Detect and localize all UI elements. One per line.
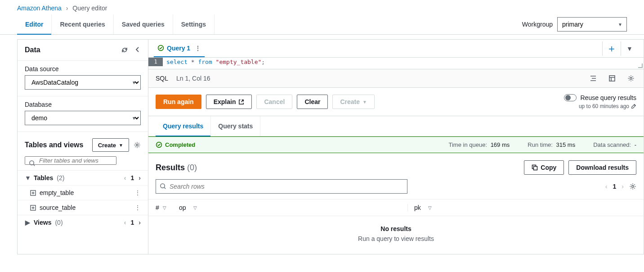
data-source-select[interactable]: AwsDataCatalog [25,75,141,90]
results-table-header: # ▽ op ▽ pk ▽ [148,199,644,216]
top-tabs-bar: Editor Recent queries Saved queries Sett… [0,14,644,35]
breadcrumb: Amazon Athena › Query editor [0,0,644,14]
kebab-icon[interactable]: ⋮ [195,45,201,52]
results-empty-state: No results Run a query to view results [148,216,644,254]
gear-icon[interactable] [134,141,141,149]
editor-language: SQL [156,75,168,82]
filter-tables-input[interactable] [25,156,116,165]
caret-down-icon: ▼ [25,174,30,181]
table-name: source_table [40,204,76,211]
clear-button[interactable]: Clear [297,95,328,109]
breadcrumb-root[interactable]: Amazon Athena [17,5,62,12]
refresh-icon[interactable] [121,46,128,54]
table-name: empty_table [40,189,74,196]
download-results-button[interactable]: Download results [568,160,636,175]
sort-icon[interactable]: ▽ [193,205,197,210]
chevron-right-icon: › [66,5,68,12]
svg-point-10 [632,186,634,187]
copy-icon [532,164,538,171]
tab-recent-queries[interactable]: Recent queries [52,14,113,34]
svg-point-6 [630,77,632,79]
content: Query 1 ⋮ ＋ ▼ 1 select * from "empty_tab… [148,39,644,254]
column-pk[interactable]: pk ▽ [414,204,636,211]
caret-down-icon: ▼ [119,143,123,148]
database-label: Database [25,101,141,108]
sql-editor[interactable]: 1 select * from "empty_table"; [148,58,644,69]
collapse-sidebar-icon[interactable] [134,46,141,54]
table-item[interactable]: source_table ⋮ [18,200,148,215]
breadcrumb-current: Query editor [72,5,107,12]
line-number: 1 [148,58,163,66]
layout-icon[interactable] [607,73,617,84]
create-button: Create ▼ [332,95,375,109]
reuse-results-toggle[interactable] [564,94,577,101]
workgroup-selector: Workgroup primary [522,17,627,32]
cancel-button: Cancel [256,95,292,109]
chevron-left-icon[interactable]: ‹ [605,183,608,190]
format-icon[interactable] [588,73,599,84]
results-page-number: 1 [613,183,617,190]
tab-editor[interactable]: Editor [17,14,52,34]
chevron-left-icon[interactable]: ‹ [124,219,126,226]
gear-icon[interactable] [629,183,636,190]
success-icon [156,141,162,148]
data-source-label: Data source [25,65,141,73]
svg-point-0 [136,144,138,146]
resize-handle-icon[interactable] [637,63,644,69]
reuse-results-label: Reuse query results [580,94,636,101]
caret-right-icon: ▶ [25,219,30,226]
external-link-icon [238,99,244,105]
chevron-right-icon[interactable]: › [139,219,141,226]
sort-icon[interactable]: ▽ [428,205,432,210]
tab-query-stats[interactable]: Query stats [211,116,260,136]
tab-settings[interactable]: Settings [173,14,215,34]
copy-results-button[interactable]: Copy [524,160,564,175]
sidebar: Data Data source AwsDataCatalog Database [17,39,148,254]
caret-down-icon: ▼ [362,100,367,104]
explain-button[interactable]: Explain [206,95,252,109]
svg-rect-5 [609,76,615,81]
sidebar-title: Data [25,46,40,54]
chevron-right-icon[interactable]: › [622,183,624,190]
chevron-right-icon[interactable]: › [139,174,141,181]
create-table-view-button[interactable]: Create ▼ [92,138,129,152]
query-tab-1[interactable]: Query 1 ⋮ [154,40,205,57]
workgroup-label: Workgroup [522,21,553,28]
views-group[interactable]: ▶ Views (0) ‹ 1 › [18,215,148,230]
database-select[interactable]: demo [25,111,141,125]
results-title: Results (0) [156,163,197,172]
editor-cursor-position: Ln 1, Col 16 [176,75,210,82]
column-op[interactable]: op ▽ [179,204,401,211]
table-expand-icon[interactable] [30,205,36,211]
kebab-icon[interactable]: ⋮ [134,204,141,211]
search-rows-input[interactable] [156,179,407,194]
tables-group[interactable]: ▼ Tables (2) ‹ 1 › [18,170,148,185]
column-index[interactable]: # ▽ [156,204,179,211]
table-item[interactable]: empty_table ⋮ [18,185,148,200]
kebab-icon[interactable]: ⋮ [134,189,141,196]
tab-query-results[interactable]: Query results [156,116,211,136]
query-tab-menu-button[interactable]: ▼ [621,41,638,56]
workgroup-select[interactable]: primary [557,17,627,32]
chevron-left-icon[interactable]: ‹ [124,174,126,181]
tables-views-title: Tables and views [25,141,83,149]
svg-point-1 [30,161,34,165]
success-icon [157,45,164,51]
reuse-results-sub: up to 60 minutes ago [579,103,629,109]
query-status-banner: Completed Time in queue: 169 ms Run time… [148,136,644,153]
gear-icon[interactable] [626,73,636,84]
svg-point-9 [161,184,165,188]
add-query-tab-button[interactable]: ＋ [602,41,621,56]
tab-saved-queries[interactable]: Saved queries [114,14,173,34]
search-icon [160,183,166,190]
sort-icon[interactable]: ▽ [163,205,166,210]
search-icon [29,160,36,167]
table-expand-icon[interactable] [30,190,36,196]
run-button[interactable]: Run again [156,95,201,109]
svg-rect-8 [534,167,537,170]
edit-icon[interactable] [631,104,636,109]
